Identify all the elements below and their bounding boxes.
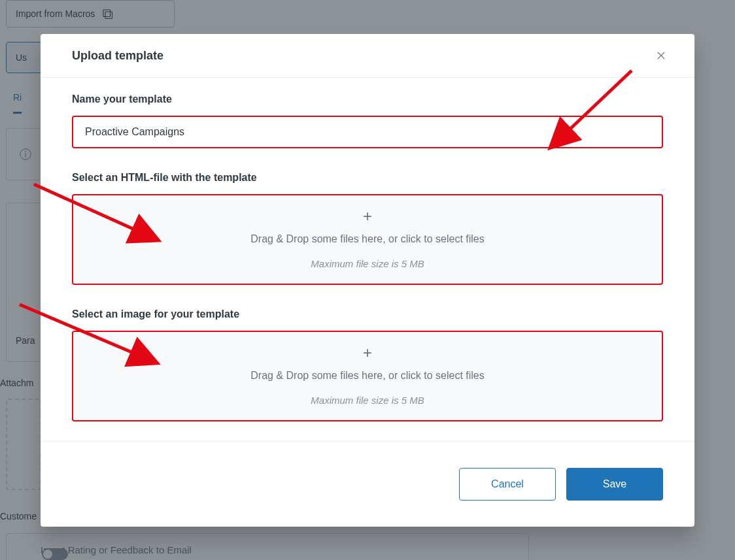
image-drop-text: Drag & Drop some files here, or click to… [250,370,484,382]
image-dropzone[interactable]: + Drag & Drop some files here, or click … [72,331,663,421]
image-section-label: Select an image for your template [72,308,663,320]
html-max-text: Maximum file size is 5 MB [311,258,424,269]
save-button[interactable]: Save [566,468,663,501]
html-file-dropzone[interactable]: + Drag & Drop some files here, or click … [72,194,663,285]
close-icon [655,50,667,61]
template-name-input[interactable] [72,116,663,148]
modal-footer: Cancel Save [41,441,694,527]
html-file-section: Select an HTML-file with the template + … [72,172,663,285]
modal-title: Upload template [72,49,163,63]
html-section-label: Select an HTML-file with the template [72,172,663,184]
name-section: Name your template [72,93,663,148]
close-button[interactable] [654,48,668,63]
image-max-text: Maximum file size is 5 MB [311,395,424,406]
plus-icon: + [363,345,372,361]
cancel-button[interactable]: Cancel [459,468,556,501]
plus-icon: + [363,208,372,224]
image-section: Select an image for your template + Drag… [72,308,663,421]
name-section-label: Name your template [72,93,663,105]
modal-header: Upload template [41,34,694,78]
html-drop-text: Drag & Drop some files here, or click to… [250,233,484,245]
modal-body: Name your template Select an HTML-file w… [41,78,694,441]
upload-template-modal: Upload template Name your template Selec… [41,34,694,527]
